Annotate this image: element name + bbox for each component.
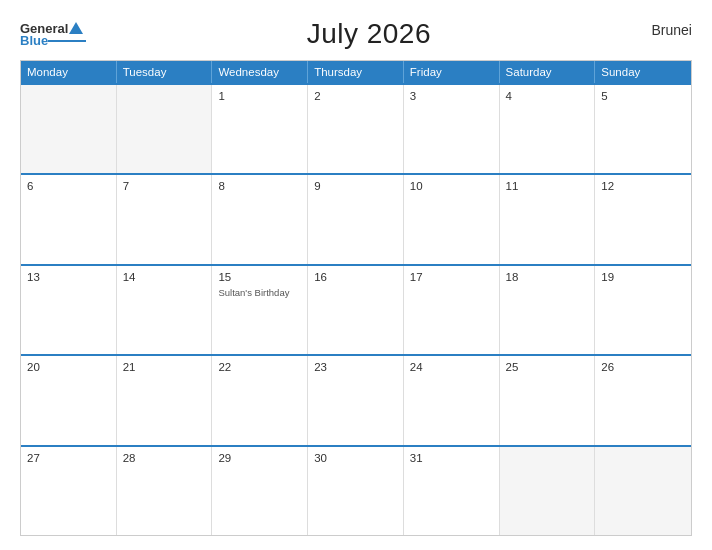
day-number: 18	[506, 271, 589, 283]
week-2: 6789101112	[21, 173, 691, 263]
day-number: 8	[218, 180, 301, 192]
table-row	[21, 85, 117, 173]
table-row: 23	[308, 356, 404, 444]
table-row: 22	[212, 356, 308, 444]
day-number: 11	[506, 180, 589, 192]
day-number: 23	[314, 361, 397, 373]
table-row: 10	[404, 175, 500, 263]
page: General Blue July 2026 Brunei Monday Tue…	[0, 0, 712, 550]
table-row: 18	[500, 266, 596, 354]
week-1: 12345	[21, 83, 691, 173]
table-row: 7	[117, 175, 213, 263]
table-row	[117, 85, 213, 173]
day-number: 17	[410, 271, 493, 283]
calendar-header: Monday Tuesday Wednesday Thursday Friday…	[21, 61, 691, 83]
table-row: 6	[21, 175, 117, 263]
day-number: 15	[218, 271, 301, 283]
table-row: 15Sultan's Birthday	[212, 266, 308, 354]
table-row: 21	[117, 356, 213, 444]
table-row: 25	[500, 356, 596, 444]
col-wednesday: Wednesday	[212, 61, 308, 83]
table-row: 27	[21, 447, 117, 535]
table-row: 13	[21, 266, 117, 354]
table-row: 19	[595, 266, 691, 354]
table-row	[500, 447, 596, 535]
day-number: 24	[410, 361, 493, 373]
logo: General Blue	[20, 22, 86, 47]
day-number: 13	[27, 271, 110, 283]
day-number: 27	[27, 452, 110, 464]
logo-line	[48, 40, 86, 42]
calendar-title: July 2026	[307, 18, 431, 50]
table-row: 9	[308, 175, 404, 263]
week-4: 20212223242526	[21, 354, 691, 444]
day-number: 19	[601, 271, 685, 283]
day-number: 4	[506, 90, 589, 102]
day-number: 31	[410, 452, 493, 464]
calendar-body: 123456789101112131415Sultan's Birthday16…	[21, 83, 691, 535]
day-number: 9	[314, 180, 397, 192]
week-5: 2728293031	[21, 445, 691, 535]
table-row: 20	[21, 356, 117, 444]
table-row: 12	[595, 175, 691, 263]
day-number: 2	[314, 90, 397, 102]
day-number: 20	[27, 361, 110, 373]
table-row: 26	[595, 356, 691, 444]
day-number: 30	[314, 452, 397, 464]
col-thursday: Thursday	[308, 61, 404, 83]
day-number: 7	[123, 180, 206, 192]
day-number: 16	[314, 271, 397, 283]
table-row: 2	[308, 85, 404, 173]
day-number: 14	[123, 271, 206, 283]
col-tuesday: Tuesday	[117, 61, 213, 83]
table-row: 28	[117, 447, 213, 535]
table-row: 14	[117, 266, 213, 354]
logo-triangle-icon	[69, 22, 83, 34]
table-row: 4	[500, 85, 596, 173]
event-label: Sultan's Birthday	[218, 287, 301, 298]
day-number: 28	[123, 452, 206, 464]
logo-blue: Blue	[20, 34, 48, 47]
col-saturday: Saturday	[500, 61, 596, 83]
header: General Blue July 2026 Brunei	[20, 18, 692, 50]
day-number: 12	[601, 180, 685, 192]
day-number: 26	[601, 361, 685, 373]
day-number: 3	[410, 90, 493, 102]
day-number: 25	[506, 361, 589, 373]
day-number: 6	[27, 180, 110, 192]
col-sunday: Sunday	[595, 61, 691, 83]
table-row: 11	[500, 175, 596, 263]
table-row: 29	[212, 447, 308, 535]
day-number: 10	[410, 180, 493, 192]
col-friday: Friday	[404, 61, 500, 83]
table-row	[595, 447, 691, 535]
day-number: 1	[218, 90, 301, 102]
week-3: 131415Sultan's Birthday16171819	[21, 264, 691, 354]
table-row: 8	[212, 175, 308, 263]
table-row: 3	[404, 85, 500, 173]
calendar: Monday Tuesday Wednesday Thursday Friday…	[20, 60, 692, 536]
table-row: 5	[595, 85, 691, 173]
day-number: 5	[601, 90, 685, 102]
table-row: 30	[308, 447, 404, 535]
table-row: 16	[308, 266, 404, 354]
table-row: 24	[404, 356, 500, 444]
table-row: 1	[212, 85, 308, 173]
day-number: 22	[218, 361, 301, 373]
day-number: 21	[123, 361, 206, 373]
table-row: 17	[404, 266, 500, 354]
day-number: 29	[218, 452, 301, 464]
table-row: 31	[404, 447, 500, 535]
country-label: Brunei	[652, 22, 692, 38]
col-monday: Monday	[21, 61, 117, 83]
